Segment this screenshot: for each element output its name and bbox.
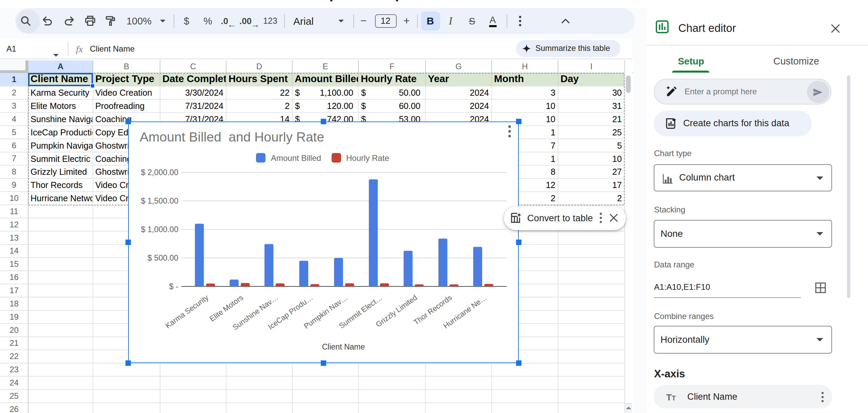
svg-text:Amount Billed and Hourly Rate: Amount Billed and Hourly Rate (140, 129, 324, 144)
svg-text:27: 27 (612, 167, 622, 176)
svg-text:30: 30 (612, 88, 622, 97)
svg-text:2: 2 (551, 193, 555, 203)
svg-text:Day: Day (560, 73, 579, 84)
svg-text:17: 17 (612, 180, 622, 190)
svg-text:3: 3 (12, 101, 16, 110)
svg-text:$: $ (295, 101, 300, 111)
svg-text:A: A (58, 62, 63, 71)
svg-text:25: 25 (9, 391, 19, 400)
svg-text:13: 13 (9, 233, 19, 242)
svg-text:$ 1,000.00: $ 1,000.00 (141, 225, 179, 233)
svg-text:4: 4 (12, 114, 16, 124)
svg-text:1: 1 (551, 154, 555, 164)
svg-text:3/30/2024: 3/30/2024 (185, 88, 223, 97)
svg-text:B: B (124, 62, 129, 71)
svg-text:24: 24 (9, 378, 19, 387)
svg-text:21: 21 (9, 338, 19, 348)
svg-text:7/31/2024: 7/31/2024 (185, 101, 223, 111)
svg-text:2: 2 (12, 88, 16, 97)
svg-text:1: 1 (12, 75, 16, 84)
svg-text:F: F (390, 62, 395, 71)
svg-text:15: 15 (9, 259, 19, 268)
svg-text:60.00: 60.00 (399, 101, 420, 111)
svg-text:31: 31 (612, 101, 622, 111)
svg-text:10: 10 (9, 193, 19, 203)
svg-text:Thor Records: Thor Records (31, 180, 83, 190)
svg-text:Hurricane Network: Hurricane Network (31, 193, 102, 203)
svg-text:8: 8 (12, 167, 16, 176)
svg-text:10: 10 (546, 101, 555, 111)
svg-text:Year: Year (428, 73, 449, 84)
svg-text:Summit Electric: Summit Electric (31, 154, 91, 164)
svg-text:22: 22 (9, 352, 19, 361)
svg-text:6: 6 (12, 141, 16, 150)
svg-text:Client Name: Client Name (31, 73, 88, 84)
svg-text:I: I (590, 62, 593, 71)
svg-text:10: 10 (612, 154, 622, 164)
svg-text:12: 12 (546, 180, 555, 190)
svg-text:Hourly Rate: Hourly Rate (346, 153, 389, 162)
svg-text:2: 2 (285, 101, 290, 111)
svg-text:Coaching: Coaching (95, 154, 132, 164)
svg-text:Karma Security: Karma Security (164, 293, 210, 330)
svg-text:11: 11 (10, 207, 18, 216)
svg-text:1,100.00: 1,100.00 (320, 88, 353, 97)
svg-text:2: 2 (617, 193, 622, 203)
svg-text:50.00: 50.00 (399, 88, 420, 97)
svg-text:Karma Security: Karma Security (31, 88, 90, 97)
svg-text:$ 2,000.00: $ 2,000.00 (141, 168, 179, 176)
svg-text:7: 7 (12, 154, 16, 163)
svg-text:5: 5 (617, 141, 622, 150)
svg-text:E: E (322, 62, 328, 71)
svg-text:H: H (522, 62, 528, 71)
svg-text:20: 20 (9, 325, 19, 335)
svg-text:23: 23 (9, 365, 19, 374)
svg-text:Hourly Rate: Hourly Rate (361, 73, 417, 84)
svg-text:3: 3 (551, 88, 555, 97)
svg-text:7: 7 (551, 141, 555, 150)
svg-text:Month: Month (494, 73, 524, 84)
svg-text:$: $ (361, 88, 366, 97)
svg-text:25: 25 (612, 128, 622, 137)
svg-text:Elite Motors: Elite Motors (31, 101, 76, 111)
svg-text:120.00: 120.00 (327, 101, 353, 111)
svg-text:Proofreading: Proofreading (95, 101, 144, 111)
svg-text:C: C (190, 62, 196, 71)
svg-text:22: 22 (280, 88, 290, 97)
svg-text:$: $ (295, 88, 300, 97)
svg-text:Grizzly Limited: Grizzly Limited (31, 167, 87, 176)
svg-text:26: 26 (9, 405, 19, 413)
svg-text:Hours Spent: Hours Spent (229, 73, 288, 84)
svg-text:12: 12 (9, 220, 19, 229)
svg-text:1: 1 (551, 128, 555, 137)
svg-text:5: 5 (12, 128, 16, 137)
svg-text:14: 14 (9, 246, 19, 255)
svg-text:8: 8 (551, 167, 555, 176)
svg-text:G: G (455, 62, 462, 71)
svg-text:D: D (256, 62, 262, 71)
svg-text:19: 19 (9, 312, 19, 321)
svg-text:10: 10 (546, 114, 555, 124)
svg-text:Amount Billed: Amount Billed (295, 73, 362, 84)
svg-text:$ -: $ - (169, 282, 178, 290)
svg-text:9: 9 (12, 180, 16, 189)
svg-text:2024: 2024 (470, 88, 489, 97)
svg-text:$: $ (361, 101, 366, 111)
svg-text:Project Type: Project Type (95, 73, 154, 84)
svg-text:21: 21 (612, 114, 622, 124)
svg-text:$ 500.00: $ 500.00 (147, 253, 178, 262)
svg-text:17: 17 (9, 286, 19, 295)
svg-text:$ 1,500.00: $ 1,500.00 (141, 196, 179, 205)
svg-text:Video Creation: Video Creation (95, 88, 152, 97)
svg-text:2024: 2024 (470, 101, 489, 111)
svg-text:16: 16 (9, 273, 19, 282)
svg-text:Amount Billed: Amount Billed (271, 153, 321, 162)
svg-text:Client Name: Client Name (322, 342, 365, 351)
svg-text:18: 18 (9, 299, 19, 308)
